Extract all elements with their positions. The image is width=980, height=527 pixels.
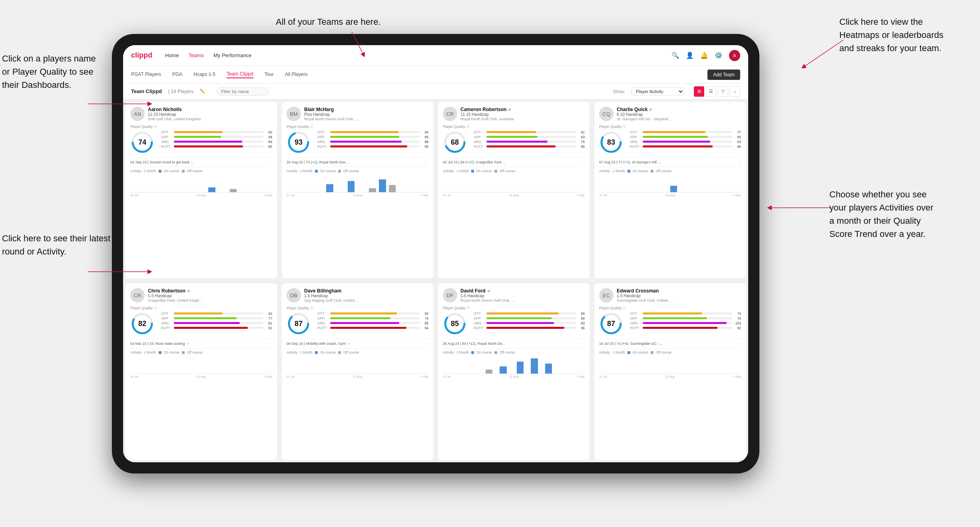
player-avatar: AN	[130, 107, 145, 121]
stat-row: PUTT 92	[630, 326, 741, 330]
donut-chart[interactable]: 68	[443, 130, 467, 154]
player-name[interactable]: Aaron Nicholls	[148, 107, 272, 112]
latest-activity[interactable]: 03 Mar 23 | 19; Must make putting → →	[130, 339, 272, 346]
show-dropdown[interactable]: Player Activity Quality Score Trend	[631, 88, 684, 95]
quality-label[interactable]: Player Quality ⓘ	[287, 124, 313, 129]
stat-row: OTT 77	[630, 130, 741, 134]
sub-nav-tour[interactable]: Tour	[265, 72, 274, 78]
player-avatar: DF	[443, 288, 457, 302]
latest-activity[interactable]: 02 Jul 23 | 59 (+17), Craigmillar Park G…	[443, 157, 585, 164]
player-card[interactable]: AN Aaron Nicholls 11-15 Handicap Drift G…	[125, 102, 277, 278]
sub-nav: PGAT Players PGA Hcaps 1-5 Team Clippd T…	[123, 66, 748, 84]
latest-activity[interactable]: 07 Aug 23 | 77 (+7), St George's Hill GC…	[599, 157, 741, 164]
stat-row: ARG 88	[317, 140, 428, 144]
activity-header: Activity · 1 Month On course Off course	[130, 169, 272, 173]
donut-chart[interactable]: 74	[130, 130, 154, 154]
sub-nav-pgat[interactable]: PGAT Players	[131, 72, 161, 78]
player-card[interactable]: EC Edward Crossman 1-5 Handicap Sunningd…	[594, 283, 746, 460]
stat-row: OTT 61	[474, 130, 585, 134]
on-course-legend	[315, 351, 318, 354]
player-avatar: CR	[443, 107, 457, 121]
player-card[interactable]: CR Cameron Robertson ✔ 11-15 Handicap Ro…	[438, 102, 590, 278]
quality-label[interactable]: Player Quality ⓘ	[130, 124, 157, 129]
annotation-teams: All of your Teams are here.	[276, 15, 381, 28]
team-title: Team Clippd	[131, 88, 162, 94]
latest-activity[interactable]: 02 Sep 23 | Sunset round to get back int…	[130, 157, 272, 164]
add-team-button[interactable]: Add Team	[707, 70, 740, 80]
player-card-header: DB Dave Billingham 1-5 Handicap Sog Magi…	[287, 288, 428, 302]
off-course-legend	[182, 170, 185, 173]
grid-view-button[interactable]: ⊞	[694, 86, 704, 97]
donut-chart[interactable]: 85	[443, 312, 467, 336]
activity-chart: Activity · 1 Month On course Off course …	[599, 348, 741, 378]
donut-chart[interactable]: 93	[287, 130, 311, 154]
player-card[interactable]: BM Blair McHarg Plus Handicap Royal Nort…	[282, 102, 433, 278]
stats-grid: OTT 77 APP 80 ARG 83 PUTT 86	[630, 130, 741, 149]
player-name[interactable]: Blair McHarg	[304, 107, 428, 112]
bell-icon[interactable]: 🔔	[700, 52, 708, 59]
player-info: David Ford ✔ 1-5 Handicap Royal North De…	[460, 288, 585, 302]
quality-label[interactable]: Player Quality ⓘ	[130, 306, 157, 310]
tablet-frame: clippd Home Teams My Performance 🔍 👤 🔔 ⚙…	[112, 34, 759, 473]
player-card[interactable]: CR Chris Robertson ✔ 1-5 Handicap Craigm…	[125, 283, 277, 460]
latest-activity[interactable]: 04 Sep 23 | Mobility with coach, Gym → →	[287, 339, 428, 346]
donut-chart[interactable]: 87	[287, 312, 311, 336]
player-name[interactable]: Charlie Quick ✔	[617, 107, 741, 112]
nav-item-performance[interactable]: My Performance	[213, 52, 251, 58]
player-card[interactable]: DB Dave Billingham 1-5 Handicap Sog Magi…	[282, 283, 433, 460]
latest-activity[interactable]: 18 Jul 23 | 74 (+4), Sunningdale GC - Ol…	[599, 339, 741, 346]
off-course-legend	[651, 351, 653, 354]
player-card[interactable]: CQ Charlie Quick ✔ 6-10 Handicap St. Geo…	[594, 102, 746, 278]
quality-section: Player Quality ⓘ 83 OTT 77 APP 80	[599, 124, 741, 154]
quality-section: Player Quality ⓘ 74 OTT 60 APP 58	[130, 124, 272, 154]
stat-row: PUTT 96	[474, 326, 585, 330]
activity-chart: Activity · 1 Month On course Off course …	[287, 167, 428, 197]
player-handicap: 6-10 Handicap	[617, 112, 741, 117]
player-avatar: CQ	[599, 107, 613, 121]
avatar[interactable]: A	[729, 50, 740, 61]
verified-icon: ✔	[649, 107, 652, 112]
edit-icon[interactable]: ✏️	[200, 89, 205, 94]
quality-label[interactable]: Player Quality ⓘ	[599, 306, 626, 310]
quality-label[interactable]: Player Quality ⓘ	[443, 124, 470, 129]
nav-item-home[interactable]: Home	[165, 52, 179, 58]
user-icon[interactable]: 👤	[686, 52, 694, 59]
quality-score: 93	[295, 138, 303, 147]
player-name[interactable]: Cameron Robertson ✔	[460, 107, 585, 112]
activity-header: Activity · 1 Month On course Off course	[599, 169, 741, 173]
quality-label[interactable]: Player Quality ⓘ	[287, 306, 313, 310]
donut-chart[interactable]: 83	[599, 130, 623, 154]
nav-item-teams[interactable]: Teams	[189, 52, 204, 58]
list-view-button[interactable]: ☰	[706, 86, 716, 97]
player-info: Cameron Robertson ✔ 11-15 Handicap Royal…	[460, 107, 585, 121]
player-name[interactable]: David Ford ✔	[460, 288, 585, 294]
player-card-header: BM Blair McHarg Plus Handicap Royal Nort…	[287, 107, 428, 121]
player-grid: AN Aaron Nicholls 11-15 Handicap Drift G…	[123, 99, 748, 462]
sub-nav-hcaps[interactable]: Hcaps 1-5	[193, 72, 215, 78]
player-name[interactable]: Edward Crossman	[617, 288, 741, 294]
sort-button[interactable]: ↕	[730, 86, 740, 97]
sub-nav-pga[interactable]: PGA	[172, 72, 182, 78]
filter-button[interactable]: ▽	[718, 86, 728, 97]
sub-nav-all-players[interactable]: All Players	[285, 72, 308, 78]
activity-chart: Activity · 1 Month On course Off course …	[130, 348, 272, 378]
quality-label[interactable]: Player Quality ⓘ	[599, 124, 626, 129]
donut-chart[interactable]: 82	[130, 312, 154, 336]
player-name[interactable]: Dave Billingham	[304, 288, 428, 294]
sub-nav-team-clippd[interactable]: Team Clippd	[227, 71, 253, 78]
latest-activity[interactable]: 26 Aug 23 | 84 (+12), Royal North Devon …	[443, 339, 585, 346]
player-card[interactable]: DF David Ford ✔ 1-5 Handicap Royal North…	[438, 283, 590, 460]
activity-header: Activity · 1 Month On course Off course	[130, 350, 272, 354]
stats-grid: OTT 84 APP 85 ARG 88 PUTT 95	[317, 130, 428, 149]
latest-activity[interactable]: 26 Aug 23 | 73 (+1), Royal North Devon G…	[287, 157, 428, 164]
filter-input[interactable]	[217, 88, 269, 95]
player-name[interactable]: Chris Robertson ✔	[148, 288, 272, 294]
stat-row: PUTT 86	[630, 145, 741, 149]
donut-chart[interactable]: 87	[599, 312, 623, 336]
search-icon[interactable]: 🔍	[671, 52, 679, 59]
nav-logo[interactable]: clippd	[131, 51, 152, 60]
settings-icon[interactable]: ⚙️	[715, 52, 723, 59]
stats-grid: OTT 60 APP 77 ARG 81 PUTT 91	[161, 312, 272, 330]
quality-label[interactable]: Player Quality ⓘ	[443, 306, 470, 310]
player-info: Edward Crossman 1-5 Handicap Sunningdale…	[617, 288, 741, 302]
